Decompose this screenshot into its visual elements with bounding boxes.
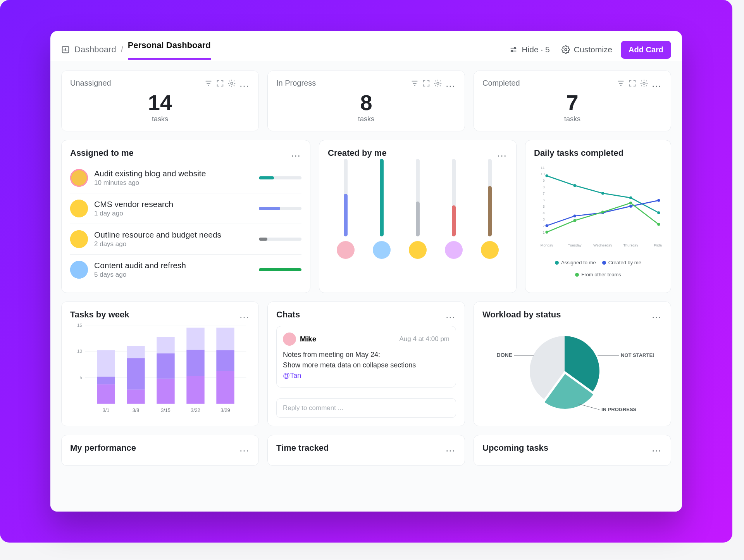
svg-point-5	[437, 82, 439, 84]
more-icon[interactable]: …	[445, 312, 456, 317]
stat-card-inprogress: In Progress … 8 tasks	[267, 71, 465, 131]
svg-text:10: 10	[541, 172, 544, 176]
legend-item: Created by me	[602, 260, 641, 265]
gear-icon[interactable]	[227, 79, 236, 88]
content-area: Unassigned … 14 tasks In Progress … 8 ta…	[50, 61, 682, 512]
filter-icon[interactable]	[204, 79, 213, 88]
svg-point-26	[629, 196, 632, 199]
svg-point-27	[657, 211, 660, 214]
svg-text:IN PROGRESS: IN PROGRESS	[601, 407, 637, 412]
card-title: Daily tasks completed	[534, 148, 623, 158]
svg-rect-53	[157, 353, 174, 379]
pie-chart: DONE NOT STARTED IN PROGRESS	[491, 324, 654, 417]
breadcrumb-root[interactable]: Dashboard	[74, 45, 116, 55]
svg-line-68	[578, 404, 599, 410]
svg-point-24	[574, 184, 576, 187]
svg-text:DONE: DONE	[497, 352, 512, 358]
svg-rect-50	[127, 346, 145, 358]
svg-rect-49	[127, 358, 145, 389]
stat-title: In Progress	[276, 79, 316, 88]
svg-point-31	[629, 205, 632, 207]
more-icon[interactable]: …	[445, 81, 456, 86]
more-icon[interactable]: …	[497, 150, 508, 156]
bar-column	[445, 159, 463, 259]
topbar: Dashboard / Personal Dashboard Hide · 5 …	[50, 31, 682, 61]
svg-point-33	[545, 231, 548, 233]
more-icon[interactable]: …	[445, 445, 456, 451]
reply-input[interactable]	[276, 398, 456, 418]
sliders-icon	[509, 45, 518, 54]
stat-value: 14	[70, 90, 250, 115]
avatar	[409, 241, 427, 259]
task-list: Audit existing blog and website 10 minut…	[70, 163, 301, 285]
task-progress	[259, 238, 301, 241]
svg-text:1: 1	[542, 231, 544, 234]
chat-mention[interactable]: @Tan	[283, 370, 450, 381]
svg-text:15: 15	[77, 322, 82, 327]
stat-unit: tasks	[482, 115, 662, 123]
more-icon[interactable]: …	[239, 81, 250, 86]
breadcrumb-current[interactable]: Personal Dashboard	[128, 40, 211, 59]
more-icon[interactable]: …	[651, 81, 662, 86]
hide-label: Hide · 5	[522, 45, 549, 54]
svg-rect-46	[97, 350, 115, 377]
card-chats: Chats … Mike Aug 4 at 4:00 pm Notes from…	[267, 302, 465, 426]
app-window: Dashboard / Personal Dashboard Hide · 5 …	[50, 31, 682, 512]
legend-item: Assigned to me	[555, 260, 596, 265]
gear-icon[interactable]	[640, 79, 648, 88]
more-icon[interactable]: …	[651, 312, 662, 317]
expand-icon[interactable]	[216, 79, 224, 88]
svg-text:5: 5	[542, 205, 544, 208]
task-row[interactable]: CMS vendor research 1 day ago	[70, 193, 301, 224]
stat-card-completed: Completed … 7 tasks	[474, 71, 671, 131]
more-icon[interactable]: …	[651, 445, 662, 451]
task-progress	[259, 268, 301, 271]
more-icon[interactable]: …	[239, 312, 250, 317]
task-progress	[259, 176, 301, 179]
chat-author: Mike	[300, 335, 316, 343]
legend-item: From other teams	[575, 272, 621, 277]
svg-text:6: 6	[542, 198, 544, 202]
svg-text:Monday: Monday	[541, 243, 553, 247]
svg-point-34	[574, 219, 576, 222]
filter-icon[interactable]	[617, 79, 625, 88]
svg-point-28	[545, 224, 548, 227]
task-row[interactable]: Outline resource and budget needs 2 days…	[70, 224, 301, 255]
svg-point-23	[545, 174, 548, 177]
more-icon[interactable]: …	[239, 445, 250, 451]
svg-rect-56	[186, 376, 204, 404]
hide-action[interactable]: Hide · 5	[506, 43, 553, 57]
breadcrumb-sep: /	[121, 45, 123, 55]
bar-track	[452, 159, 456, 236]
avatar	[70, 200, 88, 217]
task-row[interactable]: Content audit and refresh 5 days ago	[70, 255, 301, 285]
card-title: Chats	[276, 310, 300, 320]
svg-point-1	[514, 48, 516, 49]
created-bars	[328, 166, 508, 259]
expand-icon[interactable]	[422, 79, 431, 88]
task-row[interactable]: Audit existing blog and website 10 minut…	[70, 163, 301, 193]
avatar	[70, 261, 88, 279]
expand-icon[interactable]	[628, 79, 637, 88]
bar-column	[337, 159, 355, 259]
avatar	[373, 241, 391, 259]
task-time: 5 days ago	[94, 271, 253, 279]
filter-icon[interactable]	[410, 79, 419, 88]
add-card-button[interactable]: Add Card	[621, 41, 671, 59]
chat-line: Notes from meeting on May 24:	[283, 350, 450, 360]
avatar	[337, 241, 355, 259]
customize-action[interactable]: Customize	[558, 43, 615, 57]
svg-rect-45	[97, 376, 115, 384]
svg-text:3/29: 3/29	[220, 408, 230, 413]
bar-track	[380, 159, 384, 236]
svg-rect-48	[127, 389, 145, 404]
card-title: Created by me	[328, 148, 387, 158]
chat-message[interactable]: Mike Aug 4 at 4:00 pm Notes from meeting…	[276, 326, 456, 388]
gear-icon[interactable]	[434, 79, 442, 88]
more-icon[interactable]: …	[291, 150, 301, 156]
bar-track	[344, 159, 348, 236]
svg-point-25	[601, 192, 604, 195]
card-my-performance: My performance …	[61, 435, 259, 466]
avatar	[481, 241, 499, 259]
bar-column	[409, 159, 427, 259]
